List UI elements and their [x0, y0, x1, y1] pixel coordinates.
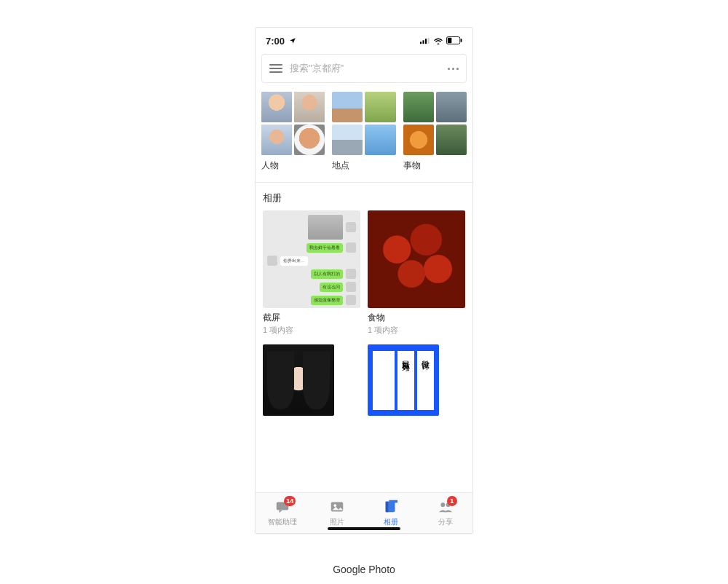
status-bar: 7:00 — [256, 28, 472, 54]
portrait-thumb — [263, 344, 334, 416]
thing-thumb — [403, 92, 434, 122]
place-thumb — [365, 92, 395, 122]
svg-rect-0 — [420, 42, 422, 44]
home-indicator[interactable] — [328, 527, 400, 530]
svg-rect-3 — [428, 37, 430, 43]
screenshot-thumb: 我去鲜于仙看看 你弄出来… 别人有我打的 有这么问 感觉做像整理 — [263, 210, 360, 308]
badge: 14 — [284, 496, 296, 506]
people-thumb — [261, 92, 292, 122]
album-name: 食物 — [368, 312, 465, 324]
tab-label: 照片 — [330, 517, 344, 527]
category-people[interactable]: 人物 — [261, 92, 325, 172]
cellular-signal-icon — [420, 36, 430, 47]
place-thumb — [332, 125, 363, 155]
status-time: 7:00 — [266, 36, 285, 47]
food-thumb — [368, 210, 465, 308]
category-things[interactable]: 事物 — [403, 92, 467, 172]
album-name: 截屏 — [263, 312, 360, 324]
album-count: 1 项内容 — [368, 325, 465, 336]
category-label: 人物 — [261, 159, 325, 172]
search-input[interactable]: 搜索"京都府" — [290, 62, 440, 75]
people-thumb — [294, 92, 325, 122]
albums-section-title: 相册 — [256, 183, 472, 210]
svg-point-13 — [440, 502, 445, 507]
category-places[interactable]: 地点 — [332, 92, 395, 172]
category-label: 事物 — [403, 159, 467, 172]
thing-thumb — [436, 92, 467, 122]
tab-label: 分享 — [438, 517, 453, 527]
figure-caption: Google Photo — [333, 561, 395, 575]
location-arrow-icon — [288, 36, 298, 47]
tab-assistant[interactable]: 14 智能助理 — [256, 493, 310, 533]
album-screenshots[interactable]: 我去鲜于仙看看 你弄出来… 别人有我打的 有这么问 感觉做像整理 截屏 1 项内… — [263, 210, 360, 336]
badge: 1 — [447, 496, 457, 506]
more-icon[interactable] — [448, 68, 459, 70]
thing-thumb — [436, 125, 467, 155]
phone-frame: 7:00 搜索"京都府" — [255, 27, 473, 534]
thing-thumb — [403, 125, 434, 155]
svg-point-9 — [333, 504, 336, 507]
battery-icon — [446, 36, 462, 47]
tab-label: 智能助理 — [268, 517, 297, 527]
albums-icon — [383, 499, 399, 515]
album-count: 1 项内容 — [263, 325, 360, 336]
svg-rect-12 — [389, 500, 398, 503]
album-banner[interactable]: 以目标为导 做设计 — [368, 344, 465, 416]
menu-icon[interactable] — [269, 64, 282, 73]
photos-icon — [329, 499, 345, 515]
album-portrait[interactable] — [263, 344, 360, 416]
place-thumb — [365, 125, 395, 155]
svg-rect-11 — [386, 502, 389, 513]
people-thumb — [294, 125, 325, 155]
svg-rect-2 — [425, 39, 427, 44]
tab-label: 相册 — [384, 517, 398, 527]
album-food[interactable]: 食物 1 项内容 — [368, 210, 465, 336]
people-thumb — [261, 125, 292, 155]
category-grid: 人物 地点 — [256, 89, 472, 172]
search-bar[interactable]: 搜索"京都府" — [261, 54, 467, 83]
albums-grid: 我去鲜于仙看看 你弄出来… 别人有我打的 有这么问 感觉做像整理 截屏 1 项内… — [256, 210, 472, 416]
banner-thumb: 以目标为导 做设计 — [368, 344, 439, 416]
category-label: 地点 — [332, 159, 395, 172]
content-scroll[interactable]: 人物 地点 — [256, 89, 472, 492]
wifi-icon — [433, 36, 443, 47]
svg-rect-1 — [423, 40, 424, 44]
svg-rect-5 — [461, 39, 462, 42]
svg-rect-6 — [448, 37, 452, 42]
place-thumb — [332, 92, 363, 122]
tab-share[interactable]: 1 分享 — [419, 493, 473, 533]
